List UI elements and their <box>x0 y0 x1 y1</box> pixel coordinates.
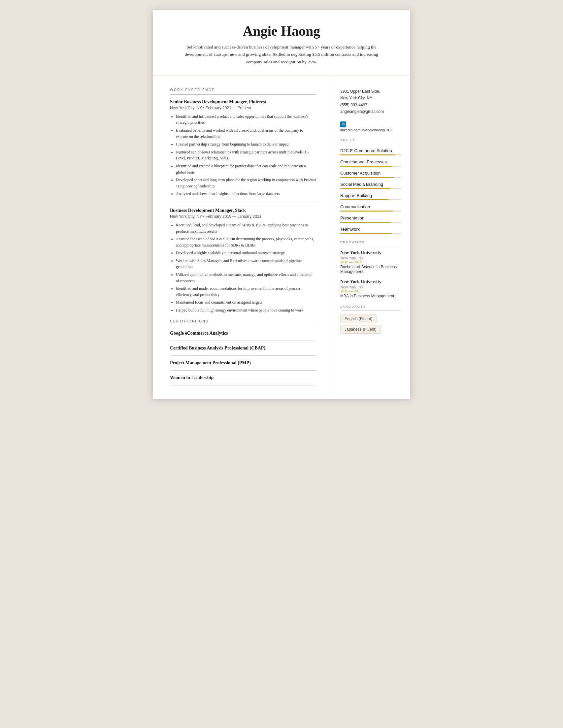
skill-bar-fill-0 <box>340 154 395 155</box>
skill-name-4: Rapport Building <box>340 193 401 198</box>
skill-item-1: Omnichannel Processes <box>340 159 401 167</box>
skills-section-title: SKILLS <box>340 139 401 142</box>
skill-name-7: Teamwork <box>340 227 401 232</box>
skill-name-1: Omnichannel Processes <box>340 159 401 164</box>
job-2: Business Development Manager, Slack New … <box>170 208 316 314</box>
skill-name-0: D2C E-Commerce Solution <box>340 148 401 153</box>
edu-school-1: New York University <box>340 279 401 284</box>
skill-bar-bg-3 <box>340 188 401 189</box>
list-item: Recruited, lead, and developed a team of… <box>176 222 316 234</box>
edu-years-0: 2010 — 2015 <box>340 260 401 264</box>
edu-item-1: New York University New York, NY 2015 — … <box>340 279 401 298</box>
skill-bar-bg-2 <box>340 177 401 178</box>
skill-name-6: Presentation <box>340 215 401 220</box>
candidate-summary: Self-motivated and success-driven busine… <box>179 44 384 66</box>
job-1-divider <box>170 203 316 203</box>
education-section-title: EDUCATION <box>340 241 401 244</box>
job-2-title: Business Development Manager, Slack <box>170 208 316 213</box>
skill-bar-fill-1 <box>340 166 392 167</box>
edu-item-0: New York University New York, NY 2010 — … <box>340 250 401 274</box>
linkedin-url: linkedin.com/in/angiehaong0102 <box>340 128 401 132</box>
resume-container: Angie Haong Self-motivated and success-d… <box>153 10 410 399</box>
skill-bar-bg-4 <box>340 199 401 200</box>
work-experience-divider <box>170 94 316 95</box>
list-item: Identified and created a blueprint for p… <box>176 163 316 175</box>
list-item: Utilized quantitative methods to measure… <box>176 272 316 284</box>
skill-bar-fill-4 <box>340 199 389 200</box>
contact-email: angieangieh@gmail.com <box>340 108 401 115</box>
education-divider <box>340 246 401 246</box>
edu-degree-0: Bachelor of Science in Business Manageme… <box>340 265 401 274</box>
list-item: Worked with Sales Managers and Executive… <box>176 258 316 270</box>
contact-address: 3901 Upper East Side,New York City, NY <box>340 88 401 102</box>
list-item: Developed short and long term plans for … <box>176 177 316 189</box>
certifications-label: CERTIFICATIONS <box>170 319 316 323</box>
skill-item-3: Social Media Branding <box>340 182 401 189</box>
certifications-divider <box>170 326 316 326</box>
edu-location-0: New York, NY <box>340 256 401 260</box>
lang-badge-0: English (Fluent) <box>340 314 377 323</box>
job-2-meta: New York City, NY • February 2019 — Janu… <box>170 214 316 219</box>
body-layout: WORK EXPERIENCE Senior Business Developm… <box>153 76 410 399</box>
list-item: Developed a highly scalable yet personal… <box>176 250 316 256</box>
list-item: Identified and made recommendations for … <box>176 285 316 298</box>
list-item: Identified and influenced product and sa… <box>176 114 316 126</box>
skill-item-5: Communication <box>340 204 401 212</box>
sidebar-column: 3901 Upper East Side,New York City, NY (… <box>331 76 410 399</box>
list-item: Nurtured senior-level relationships with… <box>176 149 316 161</box>
resume-header: Angie Haong Self-motivated and success-d… <box>153 10 410 76</box>
contact-phone: (555) 393-4497 <box>340 102 401 108</box>
work-experience-label: WORK EXPERIENCE <box>170 88 316 92</box>
job-1-title: Senior Business Development Manager, Pin… <box>170 99 316 105</box>
edu-degree-1: MBA in Business Management <box>340 294 401 298</box>
job-1-meta: New York City, NY • February 2021 — Pres… <box>170 106 316 110</box>
languages-list: English (Fluent) Japanese (Fluent) <box>340 314 401 336</box>
skill-bar-bg-6 <box>340 222 401 223</box>
skill-bar-fill-6 <box>340 222 391 223</box>
edu-location-1: New York, NY <box>340 285 401 289</box>
edu-school-0: New York University <box>340 250 401 255</box>
skill-bar-fill-5 <box>340 211 393 212</box>
cert-item-1: Google eCommerce Analytics <box>170 331 316 341</box>
skill-name-2: Customer Acquisition <box>340 171 401 176</box>
contact-block: 3901 Upper East Side,New York City, NY (… <box>340 88 401 115</box>
skill-item-4: Rapport Building <box>340 193 401 200</box>
skill-bar-bg-5 <box>340 211 401 212</box>
skills-divider <box>340 144 401 144</box>
skill-bar-bg-1 <box>340 166 401 167</box>
skill-name-5: Communication <box>340 204 401 209</box>
skill-item-2: Customer Acquisition <box>340 171 401 178</box>
skill-bar-fill-7 <box>340 233 392 234</box>
lang-badge-1: Japanese (Fluent) <box>340 325 381 334</box>
languages-section-title: LANGUAGES <box>340 305 401 308</box>
list-item: Maintained focus and commitment on assig… <box>176 299 316 306</box>
skill-item-0: D2C E-Commerce Solution <box>340 148 401 155</box>
linkedin-block: in linkedin.com/in/angiehaong0102 <box>340 121 401 132</box>
edu-years-1: 2015 — 2017 <box>340 289 401 293</box>
certifications-list: Google eCommerce Analytics Certified Bus… <box>170 331 316 385</box>
list-item: Analyzed and drew clear insights and act… <box>176 191 316 197</box>
job-2-bullets: Recruited, lead, and developed a team of… <box>170 222 316 314</box>
cert-item-3: Project Management Professional (PMP) <box>170 356 316 371</box>
list-item: Assisted the Head of SMB & SDR in determ… <box>176 236 316 248</box>
skill-bar-bg-0 <box>340 154 401 155</box>
education-list: New York University New York, NY 2010 — … <box>340 250 401 298</box>
list-item: Evaluated benefits and worked with all c… <box>176 127 316 140</box>
main-column: WORK EXPERIENCE Senior Business Developm… <box>153 76 331 399</box>
languages-divider <box>340 310 401 311</box>
cert-item-2: Certified Business Analysis Professional… <box>170 341 316 356</box>
skill-item-7: Teamwork <box>340 227 401 234</box>
skill-bar-bg-7 <box>340 233 401 234</box>
skill-name-3: Social Media Branding <box>340 182 401 187</box>
candidate-name: Angie Haong <box>173 23 390 39</box>
skill-item-6: Presentation <box>340 215 401 223</box>
skill-bar-fill-2 <box>340 177 394 178</box>
linkedin-icon: in <box>340 121 346 127</box>
list-item: Helped build a fun, high energy environm… <box>176 307 316 314</box>
list-item: Created partnership strategy from beginn… <box>176 141 316 148</box>
job-1-bullets: Identified and influenced product and sa… <box>170 114 316 197</box>
skill-bar-fill-3 <box>340 188 390 189</box>
cert-item-4: Women in Leadership <box>170 371 316 385</box>
job-1: Senior Business Development Manager, Pin… <box>170 99 316 197</box>
skills-list: D2C E-Commerce Solution Omnichannel Proc… <box>340 148 401 234</box>
